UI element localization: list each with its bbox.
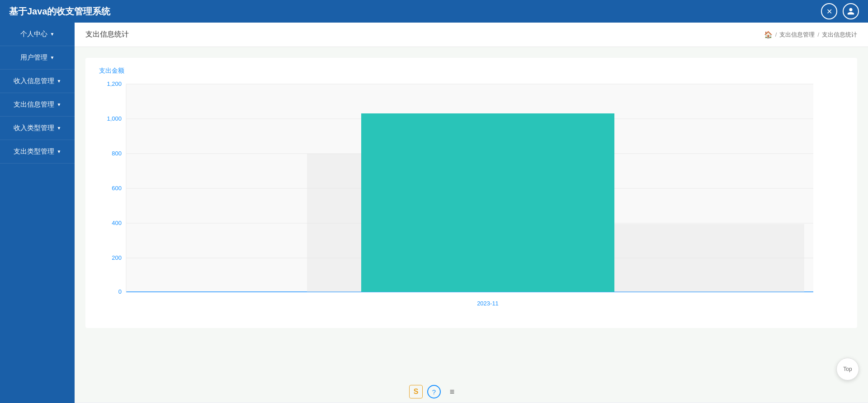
breadcrumb: 🏠 / 支出信息管理 / 支出信息统计 <box>764 31 857 39</box>
back-to-top-button[interactable]: Top <box>836 358 859 380</box>
y-label-600: 600 <box>112 185 122 192</box>
sidebar-arrow-personal: ▼ <box>50 32 55 37</box>
footer-icons: S ? ≡ <box>409 385 459 398</box>
x-label-2023-11: 2023-11 <box>477 300 499 307</box>
sidebar: 个人中心 ▼ 用户管理 ▼ 收入信息管理 ▼ 支出信息管理 ▼ 收入类型管理 ▼… <box>0 23 75 403</box>
footer-icon-s[interactable]: S <box>409 385 423 398</box>
y-label-200: 200 <box>112 254 122 261</box>
bar-chart: 1,200 1,000 800 600 400 200 0 <box>99 80 831 314</box>
back-to-top-label: Top <box>843 366 852 372</box>
sidebar-item-expense-management[interactable]: 支出信息管理 ▼ <box>0 93 75 117</box>
sidebar-arrow-income-type: ▼ <box>57 126 61 131</box>
y-label-1000: 1,000 <box>107 115 122 122</box>
footer-icon-menu[interactable]: ≡ <box>445 385 459 398</box>
sidebar-label-personal: 个人中心 <box>20 30 47 38</box>
y-label-400: 400 <box>112 220 122 226</box>
sidebar-label-income: 收入信息管理 <box>14 77 54 85</box>
main-content: 支出信息统计 🏠 / 支出信息管理 / 支出信息统计 支出金额 <box>75 23 868 403</box>
content-area: 支出金额 <box>75 47 868 402</box>
sidebar-arrow-income: ▼ <box>57 79 61 84</box>
y-label-1200: 1,200 <box>107 80 122 87</box>
sidebar-item-user-management[interactable]: 用户管理 ▼ <box>0 46 75 70</box>
sidebar-item-income-type[interactable]: 收入类型管理 ▼ <box>0 117 75 140</box>
close-button[interactable]: ✕ <box>821 3 837 19</box>
breadcrumb-item-2: 支出信息统计 <box>822 31 857 39</box>
sidebar-item-income-management[interactable]: 收入信息管理 ▼ <box>0 70 75 93</box>
sidebar-label-income-type: 收入类型管理 <box>14 124 54 132</box>
breadcrumb-home-icon: 🏠 <box>764 31 773 39</box>
sidebar-label-expense-type: 支出类型管理 <box>14 147 54 156</box>
sidebar-item-expense-type[interactable]: 支出类型管理 ▼ <box>0 140 75 164</box>
header-actions: ✕ <box>821 3 859 19</box>
app-header: 基于Java的收支管理系统 ✕ <box>0 0 868 23</box>
page-title: 支出信息统计 <box>85 30 129 39</box>
bar-background-right <box>614 224 804 292</box>
chart-y-label: 支出金额 <box>99 67 844 75</box>
user-button[interactable] <box>843 3 859 19</box>
chart-svg-wrapper: 1,200 1,000 800 600 400 200 0 <box>99 80 844 314</box>
breadcrumb-sep-2: / <box>817 31 819 38</box>
breadcrumb-item-1: 支出信息管理 <box>779 31 815 39</box>
sidebar-label-user: 用户管理 <box>20 53 47 62</box>
sidebar-label-expense: 支出信息管理 <box>14 100 54 109</box>
app-title: 基于Java的收支管理系统 <box>9 5 111 18</box>
chart-container: 支出金额 <box>85 58 857 328</box>
breadcrumb-sep-1: / <box>775 31 777 38</box>
bar-main <box>361 113 614 292</box>
y-label-0: 0 <box>118 288 122 295</box>
footer-icon-help[interactable]: ? <box>427 385 441 398</box>
sidebar-arrow-expense: ▼ <box>57 102 61 107</box>
sidebar-arrow-expense-type: ▼ <box>57 149 61 154</box>
y-label-800: 800 <box>112 150 122 157</box>
sidebar-item-personal-center[interactable]: 个人中心 ▼ <box>0 23 75 46</box>
page-header-bar: 支出信息统计 🏠 / 支出信息管理 / 支出信息统计 <box>75 23 868 47</box>
sidebar-arrow-user: ▼ <box>50 55 55 60</box>
